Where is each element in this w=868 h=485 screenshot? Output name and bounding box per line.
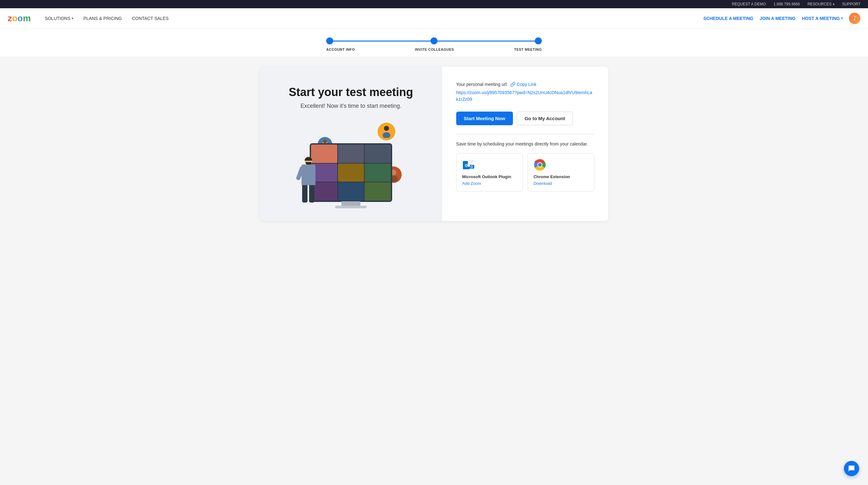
meeting-subtitle: Excellent! Now it's time to start meetin… xyxy=(301,103,402,109)
user-avatar[interactable]: 🎨 xyxy=(849,13,860,24)
schedule-meeting-link[interactable]: SCHEDULE A MEETING xyxy=(704,16,753,21)
request-demo-link[interactable]: REQUEST A DEMO xyxy=(732,2,766,6)
section-divider xyxy=(456,134,594,134)
resources-menu[interactable]: RESOURCES ▾ xyxy=(807,2,834,6)
main-content: Start your test meeting Excellent! Now i… xyxy=(0,56,868,231)
video-cell-5 xyxy=(338,163,364,182)
chrome-extension-card[interactable]: Chrome Extension Download xyxy=(528,153,594,191)
outlook-add-zoom-link[interactable]: Add Zoom xyxy=(462,181,481,186)
host-chevron-icon: ▾ xyxy=(841,17,843,20)
progress-label-2: INVITE COLLEAGUES xyxy=(415,48,454,51)
go-to-account-button[interactable]: Go to My Account xyxy=(517,112,573,125)
logo-o2: o xyxy=(18,13,23,23)
svg-text:O: O xyxy=(470,165,473,169)
video-cell-3 xyxy=(365,145,391,163)
svg-point-3 xyxy=(384,126,389,131)
video-cell-8 xyxy=(338,182,364,201)
svg-rect-12 xyxy=(469,162,474,162)
progress-dot-1 xyxy=(326,37,333,44)
person-figure xyxy=(302,157,315,203)
url-label: Your personal meeting url: Copy Link xyxy=(456,82,594,87)
action-buttons: Start Meeting Now Go to My Account xyxy=(456,112,594,125)
plugin-cards: O O Microsoft Outlook Plugin Add Zoom xyxy=(456,153,594,191)
svg-rect-13 xyxy=(469,163,474,163)
svg-point-28 xyxy=(538,163,542,167)
progress-label-3: TEST MEETING xyxy=(514,48,542,51)
progress-label-1: ACCOUNT INFO xyxy=(326,48,355,51)
video-cell-9 xyxy=(365,182,391,201)
meeting-illustration xyxy=(297,120,405,208)
calendar-text: Save time by scheduling your meetings di… xyxy=(456,141,594,147)
solutions-nav-link[interactable]: SOLUTIONS ▾ xyxy=(41,13,77,24)
progress-dot-2 xyxy=(431,37,437,44)
outlook-plugin-name: Microsoft Outlook Plugin xyxy=(462,174,517,179)
main-nav: zoom SOLUTIONS ▾ PLANS & PRICING CONTACT… xyxy=(0,8,868,29)
chrome-download-link[interactable]: Download xyxy=(533,181,552,186)
progress-bar xyxy=(326,37,542,44)
logo-o1: o xyxy=(12,13,18,23)
solutions-chevron-icon: ▾ xyxy=(72,17,73,20)
nav-links: SOLUTIONS ▾ PLANS & PRICING CONTACT SALE… xyxy=(41,13,173,24)
logo[interactable]: zoom xyxy=(8,13,31,24)
meeting-url-section: Your personal meeting url: Copy Link htt… xyxy=(456,82,594,103)
start-meeting-button[interactable]: Start Meeting Now xyxy=(456,112,513,125)
chrome-extension-name: Chrome Extension xyxy=(533,174,588,179)
monitor-screen xyxy=(310,143,392,202)
svg-rect-14 xyxy=(469,164,472,165)
progress-dot-3 xyxy=(535,37,542,44)
svg-rect-11 xyxy=(469,160,474,161)
phone-number: 1.888.799.9666 xyxy=(774,2,800,6)
svg-point-6 xyxy=(323,140,327,144)
support-link[interactable]: SUPPORT xyxy=(842,2,860,6)
logo-z: z xyxy=(8,13,12,23)
copy-link[interactable]: Copy Link xyxy=(510,82,536,87)
svg-point-2 xyxy=(383,132,390,138)
left-panel: Start your test meeting Excellent! Now i… xyxy=(260,67,442,221)
meeting-url[interactable]: https://zoom.us/j/8957093567?pwd=N2s2UnU… xyxy=(456,90,592,102)
outlook-plugin-card[interactable]: O O Microsoft Outlook Plugin Add Zoom xyxy=(456,153,523,191)
join-meeting-link[interactable]: JOIN A MEETING xyxy=(760,16,796,21)
logo-m: m xyxy=(23,13,31,23)
avatar-top-right xyxy=(378,123,395,141)
monitor-base xyxy=(335,206,367,208)
progress-section: ACCOUNT INFO INVITE COLLEAGUES TEST MEET… xyxy=(0,29,868,56)
resources-chevron-icon: ▾ xyxy=(833,3,834,6)
chrome-icon xyxy=(533,158,546,171)
host-meeting-link[interactable]: HOST A MEETING ▾ xyxy=(802,16,843,21)
right-panel: Your personal meeting url: Copy Link htt… xyxy=(442,67,608,221)
video-cell-6 xyxy=(365,163,391,182)
content-card: Start your test meeting Excellent! Now i… xyxy=(260,67,608,221)
plans-nav-link[interactable]: PLANS & PRICING xyxy=(80,13,126,24)
contact-sales-nav-link[interactable]: CONTACT SALES xyxy=(128,13,172,24)
video-cell-2 xyxy=(338,145,364,163)
svg-text:O: O xyxy=(465,163,468,168)
outlook-icon: O O xyxy=(462,158,475,171)
meeting-title: Start your test meeting xyxy=(289,86,413,99)
progress-labels: ACCOUNT INFO INVITE COLLEAGUES TEST MEET… xyxy=(326,48,542,51)
nav-right: SCHEDULE A MEETING JOIN A MEETING HOST A… xyxy=(704,13,860,24)
top-bar: REQUEST A DEMO 1.888.799.9666 RESOURCES … xyxy=(0,0,868,8)
